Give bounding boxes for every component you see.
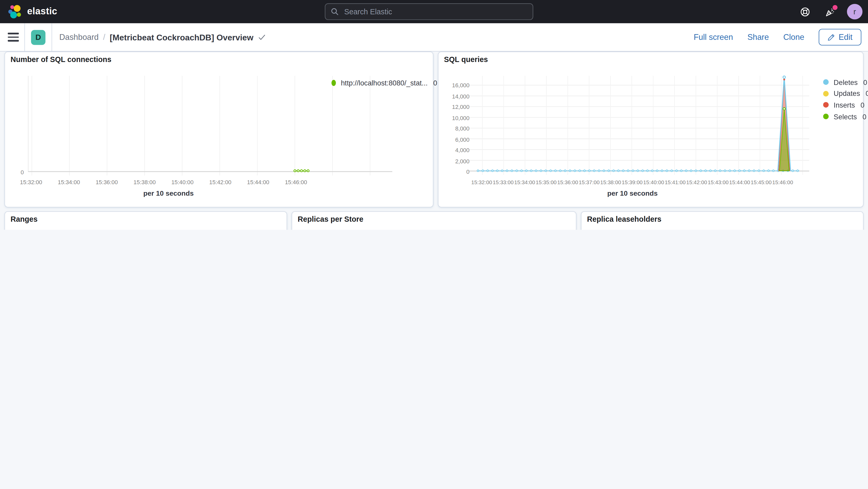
x-axis-label: per 10 seconds (27, 190, 310, 197)
kibana-dashboard-page: elastic (0, 0, 868, 230)
x-tick-label: 15:44:00 (729, 179, 750, 185)
y-tick-label: 10,000 (452, 115, 469, 121)
life-ring-icon (800, 6, 810, 17)
x-tick-label: 15:38:00 (600, 179, 621, 185)
dashboard-app-badge[interactable]: D (31, 30, 45, 44)
legend-label: http://localhost:8080/_stat... (341, 79, 428, 87)
chart-legend: Deletes 0 Updates 0 Inserts 0 (823, 77, 857, 122)
x-tick-label: 15:44:00 (247, 179, 269, 185)
x-tick-label: 15:46:00 (285, 179, 307, 185)
breadcrumb-dashboard-link[interactable]: Dashboard (59, 33, 99, 42)
y-tick-label: 6,000 (455, 136, 469, 143)
panel-sql-queries: SQL queries 16,00014,00012,00010,0008,00… (438, 52, 864, 207)
breadcrumb: Dashboard / [Metricbeat CockroachDB] Ove… (59, 33, 266, 42)
pencil-icon (828, 34, 835, 41)
dashboard-badge-cell: D (25, 23, 52, 51)
brand-name: elastic (27, 6, 57, 17)
breadcrumb-separator: / (103, 33, 105, 42)
x-tick-label: 15:34:00 (58, 179, 80, 185)
edit-button-label: Edit (839, 33, 852, 42)
y-axis-ticks: 16,00014,00012,00010,0008,0006,0004,0002… (443, 86, 469, 172)
x-tick-label: 15:40:00 (172, 179, 193, 185)
avatar-initial: r (854, 7, 856, 16)
x-tick-label: 15:41:00 (664, 179, 685, 185)
legend-label: Deletes (834, 78, 858, 87)
legend-value: 0 (857, 112, 866, 121)
search-icon (331, 8, 339, 16)
x-tick-label: 15:35:00 (536, 179, 557, 185)
x-axis-ticks: 15:32:0015:34:0015:36:0015:38:0015:40:00… (31, 179, 296, 186)
chart-legend: http://localhost:8080/_stat... 0 (332, 77, 426, 89)
y-tick-label: 0 (466, 169, 469, 175)
legend-item[interactable]: Selects 0 (823, 111, 857, 122)
news-feed-button[interactable] (822, 4, 838, 20)
user-avatar[interactable]: r (847, 4, 863, 20)
edit-button[interactable]: Edit (819, 29, 862, 45)
legend-value: 0 (858, 78, 867, 87)
x-tick-label: 15:45:00 (751, 179, 772, 185)
breadcrumb-current-title[interactable]: [Metricbeat CockroachDB] Overview (110, 33, 266, 42)
legend-label: Inserts (834, 101, 855, 109)
global-search[interactable] (325, 3, 533, 20)
top-header-bar: elastic (0, 0, 868, 23)
title-check-icon (258, 34, 266, 40)
clone-button[interactable]: Clone (783, 33, 804, 42)
legend-label: Selects (834, 112, 857, 121)
legend-color-dot (823, 80, 829, 85)
dashboard-title: [Metricbeat CockroachDB] Overview (110, 33, 253, 42)
dashboard-toolbar: D Dashboard / [Metricbeat CockroachDB] O… (0, 23, 868, 52)
legend-label: Updates (834, 90, 860, 98)
dashboard-grid: Number of SQL connections 0 15:32:0015:3… (0, 52, 868, 230)
legend-item[interactable]: Deletes 0 (823, 77, 857, 88)
y-tick-label: 16,000 (452, 82, 469, 88)
legend-value: 0 (428, 79, 437, 87)
notification-badge (832, 4, 838, 10)
x-tick-label: 15:32:00 (20, 179, 42, 185)
x-tick-label: 15:46:00 (772, 179, 793, 185)
y-tick-label: 2,000 (455, 158, 469, 164)
legend-value: 0 (855, 101, 864, 109)
x-tick-label: 15:43:00 (708, 179, 729, 185)
menu-button[interactable] (8, 33, 19, 42)
x-tick-label: 15:33:00 (493, 179, 514, 185)
x-axis-label: per 10 seconds (477, 190, 788, 197)
search-input[interactable] (343, 7, 527, 17)
share-button[interactable]: Share (747, 33, 769, 42)
elastic-logo-icon (8, 4, 23, 19)
y-axis-ticks: 0 (9, 173, 24, 173)
legend-item[interactable]: Updates 0 (823, 88, 857, 99)
panel-replica-leaseholders: Replica leaseholders 80706050403020100 1… (581, 211, 864, 230)
full-screen-button[interactable]: Full screen (694, 33, 733, 42)
x-tick-label: 15:42:00 (686, 179, 707, 185)
panel-ranges: Ranges 80706050403020100 15:32:0015:34:0… (4, 211, 287, 230)
y-tick-label: 8,000 (455, 126, 469, 131)
panel-number-of-sql-connections: Number of SQL connections 0 15:32:0015:3… (4, 52, 433, 207)
header-right-controls: r (797, 0, 863, 23)
legend-color-dot (823, 102, 829, 108)
legend-color-dot (823, 91, 829, 96)
help-button[interactable] (797, 4, 813, 20)
y-tick-label: 12,000 (452, 104, 469, 110)
replica-leaseholders-chart[interactable] (582, 212, 863, 230)
x-tick-label: 15:42:00 (209, 179, 231, 185)
legend-color-dot (823, 114, 829, 119)
x-tick-label: 15:37:00 (579, 179, 599, 185)
legend-value: 0 (860, 90, 868, 98)
legend-item[interactable]: Inserts 0 (823, 99, 857, 111)
elastic-logo[interactable]: elastic (8, 4, 57, 19)
x-tick-label: 15:34:00 (514, 179, 535, 185)
legend-item[interactable]: http://localhost:8080/_stat... 0 (332, 77, 426, 89)
y-tick-label: 4,000 (455, 147, 469, 153)
toolbar-actions: Full screen Share Clone Edit (694, 29, 868, 45)
x-tick-label: 15:36:00 (96, 179, 118, 185)
ranges-chart[interactable] (5, 212, 286, 230)
x-tick-label: 15:40:00 (643, 179, 664, 185)
x-tick-label: 15:32:00 (471, 179, 492, 185)
x-tick-label: 15:36:00 (557, 179, 578, 185)
x-tick-label: 15:39:00 (622, 179, 643, 185)
x-tick-label: 15:38:00 (133, 179, 156, 185)
legend-color-dot (332, 80, 336, 86)
replicas-per-store-chart[interactable] (292, 212, 576, 230)
x-axis-ticks: 15:32:0015:33:0015:34:0015:35:0015:36:00… (482, 179, 783, 186)
y-tick-label: 0 (21, 169, 24, 175)
